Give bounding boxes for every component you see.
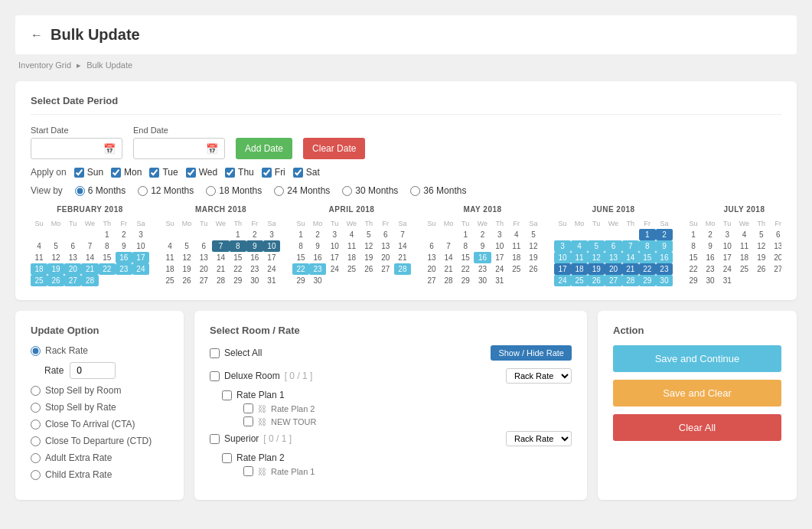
cal-cell[interactable]: 16 [246, 252, 263, 263]
radio-12months[interactable]: 12 Months [138, 185, 194, 196]
cal-cell[interactable]: 11 [343, 240, 360, 252]
opt-close-arrival[interactable]: Close To Arrival (CTA) [31, 419, 168, 429]
cal-cell[interactable]: 8 [639, 240, 656, 252]
cal-cell[interactable]: 20 [64, 263, 81, 275]
cb-tue[interactable]: Tue [149, 167, 178, 178]
cal-cell[interactable]: 18 [161, 263, 178, 275]
cal-cell[interactable]: 30 [656, 275, 673, 286]
cal-cell[interactable] [440, 229, 457, 240]
cal-cell[interactable]: 25 [508, 263, 525, 275]
cal-cell[interactable] [343, 275, 360, 286]
cal-cell[interactable]: 12 [753, 240, 770, 252]
opt-close-departure[interactable]: Close To Departure (CTD) [31, 436, 168, 446]
cb-sun[interactable]: Sun [74, 167, 103, 178]
cal-cell[interactable] [770, 275, 781, 286]
cal-cell[interactable]: 15 [685, 252, 702, 263]
cb-fri[interactable]: Fri [262, 167, 285, 178]
cal-cell[interactable]: 2 [309, 229, 326, 240]
cal-cell[interactable]: 9 [309, 240, 326, 252]
radio-24months[interactable]: 24 Months [274, 185, 330, 196]
cal-cell[interactable]: 10 [719, 240, 735, 252]
cal-cell[interactable]: 22 [230, 263, 246, 275]
cal-cell[interactable] [81, 229, 98, 240]
cal-cell[interactable]: 13 [423, 252, 440, 263]
cal-cell[interactable]: 17 [326, 252, 343, 263]
cal-cell[interactable]: 5 [753, 229, 770, 240]
cal-cell[interactable]: 7 [622, 240, 639, 252]
cal-cell[interactable] [377, 275, 394, 286]
cal-cell[interactable]: 24 [554, 275, 571, 286]
save-continue-button[interactable]: Save and Continue [613, 345, 781, 372]
rate-input[interactable] [70, 362, 116, 379]
cal-cell[interactable]: 18 [508, 252, 525, 263]
cal-cell[interactable]: 27 [423, 275, 440, 286]
cal-cell[interactable]: 22 [457, 263, 474, 275]
cal-cell[interactable]: 13 [377, 240, 394, 252]
cal-cell[interactable]: 25 [735, 263, 752, 275]
cal-cell[interactable]: 7 [440, 240, 457, 252]
cal-cell[interactable]: 20 [770, 252, 781, 263]
cal-cell[interactable]: 24 [719, 263, 735, 275]
cal-cell[interactable]: 18 [571, 263, 588, 275]
cal-cell[interactable]: 4 [161, 240, 178, 252]
cal-cell[interactable]: 10 [491, 240, 508, 252]
cal-cell[interactable]: 10 [263, 240, 280, 252]
cal-cell[interactable]: 3 [491, 229, 508, 240]
cal-cell[interactable]: 26 [47, 275, 64, 286]
cal-cell[interactable]: 19 [525, 252, 542, 263]
cal-cell[interactable]: 13 [195, 252, 212, 263]
cal-cell[interactable]: 20 [195, 263, 212, 275]
cal-cell[interactable]: 22 [639, 263, 656, 275]
cal-cell[interactable]: 6 [64, 240, 81, 252]
cal-cell[interactable]: 9 [116, 240, 132, 252]
cal-cell[interactable]: 6 [423, 240, 440, 252]
add-date-button[interactable]: Add Date [236, 138, 292, 159]
cal-cell[interactable]: 21 [622, 263, 639, 275]
cal-cell[interactable]: 23 [656, 263, 673, 275]
cal-cell[interactable]: 27 [195, 275, 212, 286]
cal-cell[interactable]: 2 [702, 229, 719, 240]
rate-plan-1-checkbox[interactable] [222, 390, 232, 400]
cal-cell[interactable]: 16 [474, 252, 491, 263]
cal-cell[interactable]: 29 [230, 275, 246, 286]
cal-cell[interactable]: 25 [31, 275, 47, 286]
cal-cell[interactable]: 27 [770, 263, 781, 275]
cal-cell[interactable]: 15 [230, 252, 246, 263]
cal-cell[interactable]: 20 [423, 263, 440, 275]
cal-cell[interactable]: 12 [525, 240, 542, 252]
clear-date-button[interactable]: Clear Date [303, 138, 365, 159]
cal-cell[interactable]: 20 [377, 252, 394, 263]
cal-cell[interactable] [195, 229, 212, 240]
cal-cell[interactable]: 12 [47, 252, 64, 263]
cal-cell[interactable]: 27 [605, 275, 621, 286]
cal-cell[interactable]: 1 [99, 229, 116, 240]
cal-cell[interactable]: 9 [656, 240, 673, 252]
cal-cell[interactable]: 30 [702, 275, 719, 286]
cal-cell[interactable]: 19 [47, 263, 64, 275]
cal-cell[interactable]: 29 [457, 275, 474, 286]
cb-sat[interactable]: Sat [293, 167, 320, 178]
cal-cell[interactable]: 7 [81, 240, 98, 252]
cal-cell[interactable]: 6 [605, 240, 621, 252]
cal-cell[interactable]: 30 [246, 275, 263, 286]
cal-cell[interactable]: 8 [230, 240, 246, 252]
cal-cell[interactable]: 11 [571, 252, 588, 263]
cal-cell[interactable] [508, 275, 525, 286]
cal-cell[interactable] [605, 229, 621, 240]
cal-cell[interactable]: 25 [571, 275, 588, 286]
cal-cell[interactable]: 9 [246, 240, 263, 252]
cal-cell[interactable]: 24 [491, 263, 508, 275]
cal-cell[interactable]: 27 [377, 263, 394, 275]
cal-cell[interactable]: 31 [491, 275, 508, 286]
superior-room-checkbox[interactable] [210, 434, 220, 444]
cal-cell[interactable] [554, 229, 571, 240]
cal-cell[interactable]: 7 [394, 229, 411, 240]
cal-cell[interactable]: 20 [605, 263, 621, 275]
opt-rack-rate[interactable]: Rack Rate [31, 345, 168, 356]
cal-cell[interactable]: 21 [440, 263, 457, 275]
cal-cell[interactable] [423, 229, 440, 240]
cal-cell[interactable]: 25 [161, 275, 178, 286]
cal-cell[interactable]: 23 [702, 263, 719, 275]
cal-cell[interactable] [571, 229, 588, 240]
cal-cell[interactable]: 11 [31, 252, 47, 263]
